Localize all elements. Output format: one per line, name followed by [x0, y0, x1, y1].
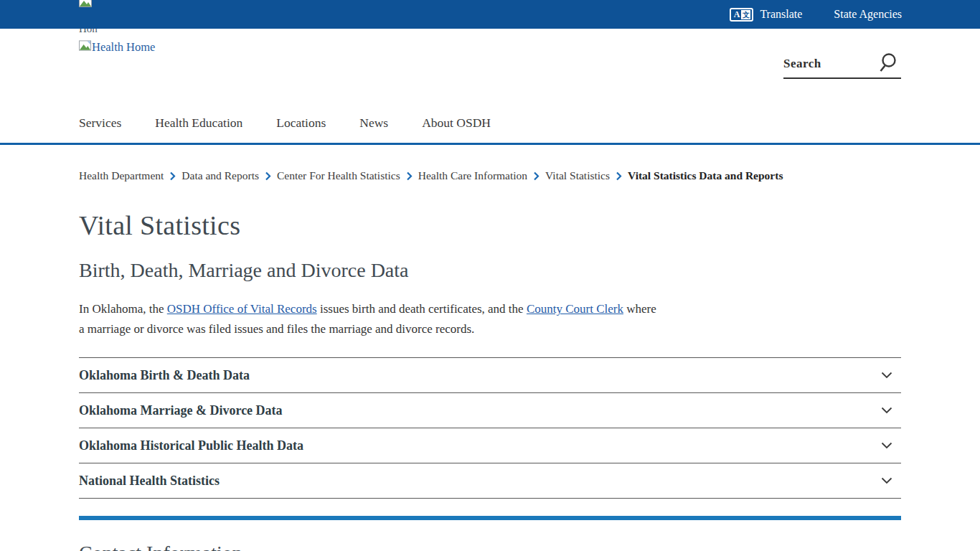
breadcrumb-item-center-for-health-statistics[interactable]: Center For Health Statistics — [277, 169, 400, 182]
chevron-down-icon — [881, 369, 892, 382]
utility-topbar: A 文 Translate State Agencies — [0, 0, 980, 29]
translate-label: Translate — [760, 8, 802, 21]
chevron-right-icon — [406, 171, 413, 181]
chevron-right-icon — [169, 171, 176, 181]
accordion-birth-death-data[interactable]: Oklahoma Birth & Death Data — [79, 358, 901, 393]
intro-paragraph: In Oklahoma, the OSDH Office of Vital Re… — [79, 299, 664, 339]
state-agencies-link[interactable]: State Agencies — [834, 8, 902, 21]
county-court-clerk-link[interactable]: County Court Clerk — [527, 302, 623, 316]
section-divider — [79, 516, 901, 520]
accordion-label: National Health Statistics — [79, 474, 220, 489]
breadcrumb: Health Department Data and Reports Cente… — [79, 169, 901, 182]
page-title: Vital Statistics — [79, 209, 240, 241]
accordion-national-health-statistics[interactable]: National Health Statistics — [79, 463, 901, 499]
chevron-down-icon — [881, 474, 892, 487]
nav-item-news[interactable]: News — [359, 116, 388, 131]
search-placeholder: Search — [783, 57, 821, 71]
breadcrumb-item-health-department[interactable]: Health Department — [79, 169, 164, 182]
chevron-right-icon — [616, 171, 622, 181]
accordion-label: Oklahoma Birth & Death Data — [79, 368, 250, 383]
search-input[interactable]: Search — [783, 50, 901, 79]
accordion-label: Oklahoma Marriage & Divorce Data — [79, 403, 283, 418]
chevron-down-icon — [881, 439, 892, 452]
accordion-label: Oklahoma Historical Public Health Data — [79, 438, 303, 453]
breadcrumb-item-data-and-reports[interactable]: Data and Reports — [182, 169, 259, 182]
contact-information-title: Contact Information — [79, 542, 242, 551]
nav-item-services[interactable]: Services — [79, 116, 121, 131]
breadcrumb-item-current: Vital Statistics Data and Reports — [628, 169, 783, 182]
vital-records-link[interactable]: OSDH Office of Vital Records — [167, 302, 317, 316]
intro-text: In Oklahoma, the — [79, 302, 167, 316]
breadcrumb-item-vital-statistics[interactable]: Vital Statistics — [545, 169, 610, 182]
chevron-down-icon — [881, 404, 892, 417]
accordion-marriage-divorce-data[interactable]: Oklahoma Marriage & Divorce Data — [79, 393, 901, 428]
translate-icon: A 文 — [730, 8, 754, 22]
breadcrumb-item-health-care-information[interactable]: Health Care Information — [418, 169, 527, 182]
main-navigation: Services Health Education Locations News… — [79, 113, 524, 133]
nav-item-health-education[interactable]: Health Education — [155, 116, 242, 131]
search-icon[interactable] — [880, 52, 900, 76]
translate-button[interactable]: A 文 Translate — [730, 8, 803, 22]
nav-item-about-osdh[interactable]: About OSDH — [422, 116, 491, 131]
intro-text: issues birth and death certificates, and… — [317, 302, 527, 316]
section-title: Birth, Death, Marriage and Divorce Data — [79, 259, 408, 282]
broken-image-icon — [79, 40, 91, 55]
nav-item-locations[interactable]: Locations — [276, 116, 326, 131]
translate-icon-letter: A — [734, 9, 740, 20]
accordion-historical-public-health-data[interactable]: Oklahoma Historical Public Health Data — [79, 428, 901, 463]
chevron-right-icon — [533, 171, 540, 181]
chevron-right-icon — [265, 171, 271, 181]
broken-image-icon — [79, 0, 92, 10]
accordion-list: Oklahoma Birth & Death Data Oklahoma Mar… — [79, 357, 901, 499]
state-agencies-label: State Agencies — [834, 8, 902, 21]
translate-icon-glyph: 文 — [741, 10, 750, 19]
header-bottom-border — [0, 143, 980, 145]
health-home-link[interactable]: Health Home — [79, 40, 155, 55]
health-home-label: Health Home — [92, 40, 155, 55]
